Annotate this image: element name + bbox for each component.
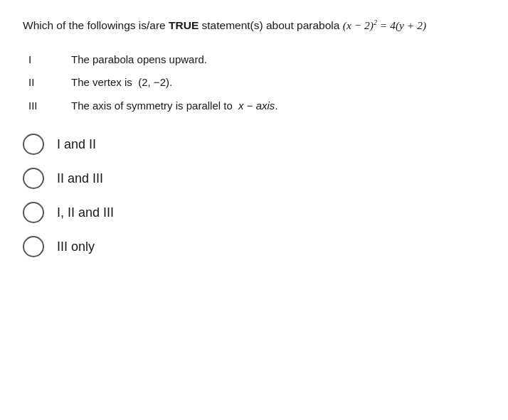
statement-row-III: III The axis of symmetry is parallel to … [28,98,485,114]
statement-numeral-II: II [28,75,71,91]
statement-numeral-III: III [28,98,71,114]
option-item-1[interactable]: I and II [23,134,485,155]
question-equation: (x − 2)2 = 4(y + 2) [343,19,426,31]
options-list: I and II II and III I, II and III III on… [23,134,485,257]
option-item-4[interactable]: III only [23,236,485,257]
statement-text-II: The vertex is (2, −2). [71,75,172,91]
option-item-3[interactable]: I, II and III [23,202,485,223]
question-bold: TRUE [169,19,199,31]
option-item-2[interactable]: II and III [23,168,485,189]
question-prefix: Which of the followings is/are [23,19,169,31]
option-label-4: III only [57,239,95,254]
question-text: Which of the followings is/are TRUE stat… [23,17,485,35]
statement-text-I: The parabola opens upward. [71,52,207,68]
option-label-2: II and III [57,171,103,186]
radio-button-2[interactable] [23,168,44,189]
radio-button-1[interactable] [23,134,44,155]
statements-table: I The parabola opens upward. II The vert… [28,52,485,114]
statement-row-II: II The vertex is (2, −2). [28,75,485,91]
radio-button-4[interactable] [23,236,44,257]
statement-text-III: The axis of symmetry is parallel to x − … [71,98,278,114]
option-label-1: I and II [57,137,96,152]
question-suffix: statement(s) about parabola [199,19,342,31]
radio-button-3[interactable] [23,202,44,223]
statement-row-I: I The parabola opens upward. [28,52,485,68]
statement-numeral-I: I [28,52,71,68]
option-label-3: I, II and III [57,205,114,220]
